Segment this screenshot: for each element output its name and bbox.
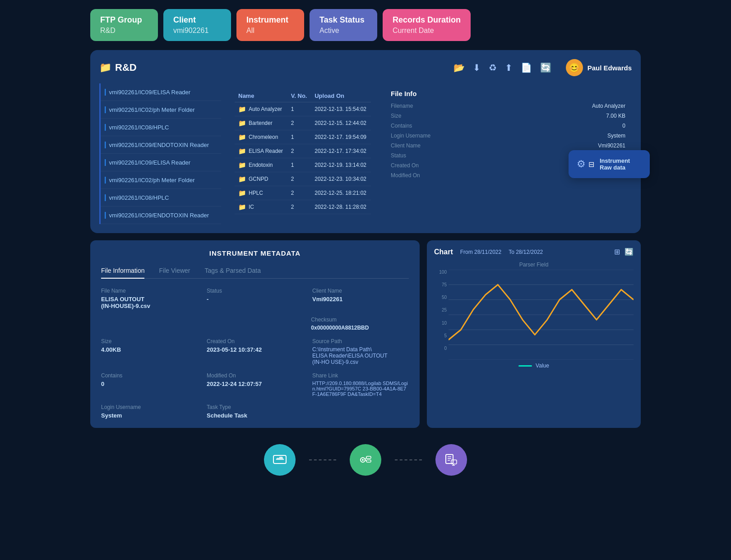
- raw-data-text: Instrument Raw data: [600, 157, 642, 171]
- chart-header-icons: ⊞ 🔄: [614, 248, 634, 256]
- content-area: 📁 R&D 📂 ⬇ ♻ ⬆ 📄 🔄 😊 Paul Edwards: [90, 50, 641, 233]
- open-folder-icon[interactable]: 📂: [453, 62, 465, 73]
- raw-data-widget: ⚙ ⊟ Instrument Raw data: [569, 150, 650, 178]
- download-icon[interactable]: ⬇: [473, 62, 481, 73]
- table-row[interactable]: 📁Bartender 2 2022-12-15. 12:44:02: [235, 116, 371, 130]
- file-list-panel: vmi902261/IC09/ELISA Reader vmi902261/IC…: [99, 83, 221, 224]
- metadata-tabs: File Information File Viewer Tags & Pars…: [101, 263, 409, 279]
- chart-legend: Value: [434, 363, 634, 369]
- tab-file-information[interactable]: File Information: [101, 263, 144, 279]
- table-row[interactable]: 📁HPLC 2 2022-12-25. 18:21:02: [235, 186, 371, 200]
- col-vno: V. No.: [287, 90, 311, 102]
- col-name: Name: [235, 90, 287, 102]
- folder-name: R&D: [115, 62, 137, 73]
- svg-rect-12: [366, 460, 371, 462]
- list-item[interactable]: vmi902261/IC09/ELISA Reader: [101, 83, 221, 101]
- table-row[interactable]: 📁IC 2 2022-12-28. 11:28:02: [235, 200, 371, 214]
- files-table-panel: Name V. No. Upload On 📁Auto Analyzer 1 2…: [228, 83, 377, 224]
- chart-header: Chart From 28/11/2022 To 28/12/2022 ⊞ 🔄: [434, 248, 634, 256]
- upload-icon[interactable]: ⬆: [505, 62, 513, 73]
- tab-records-label: Records Duration: [393, 15, 461, 25]
- list-item[interactable]: vmi902261/IC09/ENDOTOXIN Reader: [101, 136, 221, 154]
- tab-records[interactable]: Records Duration Current Date: [383, 9, 471, 41]
- meta-share-link: Share Link HTTP://209.0.180:8088/Logilab…: [312, 372, 409, 397]
- meta-checksum-placeholder: [101, 317, 199, 331]
- tab-records-value: Current Date: [393, 27, 461, 35]
- svg-rect-11: [366, 456, 371, 459]
- svg-point-10: [362, 459, 364, 461]
- meta-modified-on: Modified On 2022-12-24 12:07:57: [207, 372, 303, 397]
- bottom-icons-row: [90, 437, 641, 483]
- chart-from-date: From 28/11/2022: [460, 249, 501, 255]
- tab-tags-parsed[interactable]: Tags & Parsed Data: [204, 263, 261, 278]
- user-name: Paul Edwards: [588, 64, 632, 72]
- chart-to-date: To 28/12/2022: [509, 249, 543, 255]
- table-row[interactable]: 📁ELISA Reader 2 2022-12-17. 17:34:02: [235, 144, 371, 158]
- tab-client[interactable]: Client vmi902261: [163, 9, 231, 41]
- chart-line: [449, 285, 634, 340]
- meta-contains: Contains 0: [101, 372, 198, 397]
- tab-file-viewer[interactable]: File Viewer: [159, 263, 190, 278]
- table-row[interactable]: 📁Auto Analyzer 1 2022-12-13. 15:54:02: [235, 102, 371, 116]
- file-info-title: File Info: [391, 90, 625, 97]
- info-row: Client Name Vmi902261: [391, 142, 625, 149]
- avatar-emoji: 😊: [569, 62, 580, 73]
- chart-title: Chart: [434, 248, 453, 256]
- tab-instrument[interactable]: Instrument All: [236, 9, 304, 41]
- gear-tree-icon: [350, 444, 381, 476]
- file-icon[interactable]: 📄: [521, 62, 532, 73]
- list-item[interactable]: vmi902261/IC08/HPLC: [101, 189, 221, 207]
- list-item[interactable]: vmi902261/IC08/HPLC: [101, 119, 221, 136]
- info-row: Size 7.00 KB: [391, 113, 625, 119]
- meta-checksum: Checksum 0x00000000A8812BBD: [311, 317, 409, 331]
- tab-task-label: Task Status: [319, 15, 367, 25]
- content-header: 📁 R&D 📂 ⬇ ♻ ⬆ 📄 🔄 😊 Paul Edwards: [99, 59, 632, 76]
- tab-task-value: Active: [319, 27, 367, 35]
- table-row[interactable]: 📁Endotoxin 1 2022-12-19. 13:14:02: [235, 158, 371, 172]
- list-item[interactable]: vmi902261/IC02/ph Meter Folder: [101, 101, 221, 119]
- user-info: 😊 Paul Edwards: [566, 59, 632, 76]
- chart-svg-container: [449, 270, 634, 360]
- table-row[interactable]: 📁GCNPD 2 2022-12-23. 10:34:02: [235, 172, 371, 186]
- bottom-section: INSTRUMENT METADATA File Information Fil…: [90, 240, 641, 428]
- expand-icon[interactable]: ⊞: [614, 248, 620, 256]
- chart-refresh-icon[interactable]: 🔄: [625, 248, 634, 256]
- info-row: Contains 0: [391, 123, 625, 129]
- meta-checksum-placeholder2: [206, 317, 304, 331]
- svg-line-13: [365, 458, 366, 460]
- monitor-cloud-icon: [264, 444, 296, 476]
- meta-client-name: Client Name Vmi902261: [312, 288, 409, 309]
- metadata-title: INSTRUMENT METADATA: [101, 249, 409, 257]
- avatar: 😊: [566, 59, 583, 76]
- legend-line-value: [518, 365, 532, 367]
- meta-filename: File Name ELISA OUTOUT(IN-HOUSE)-9.csv: [101, 288, 198, 309]
- metadata-fields-grid: File Name ELISA OUTOUT(IN-HOUSE)-9.csv S…: [101, 288, 409, 419]
- meta-created-on: Created On 2023-05-12 10:37:42: [207, 338, 303, 365]
- tab-ftp-value: R&D: [100, 27, 148, 35]
- header-icons: 📂 ⬇ ♻ ⬆ 📄 🔄: [453, 62, 551, 73]
- tree-icon: ⊟: [588, 160, 594, 169]
- folder-icon: 📁: [99, 62, 111, 73]
- tab-client-label: Client: [173, 15, 221, 25]
- tab-instrument-label: Instrument: [246, 15, 294, 25]
- list-item[interactable]: vmi902261/IC09/ELISA Reader: [101, 154, 221, 171]
- gear-icon: ⚙: [577, 158, 586, 170]
- list-item[interactable]: vmi902261/IC09/ENDOTOXIN Reader: [101, 207, 221, 224]
- refresh-icon[interactable]: ♻: [489, 62, 497, 73]
- info-row: Login Username System: [391, 133, 625, 139]
- chart-svg: [449, 270, 634, 360]
- metadata-panel: INSTRUMENT METADATA File Information Fil…: [90, 240, 420, 428]
- table-row[interactable]: 📁Chromeleon 1 2022-12-17. 19:54:09: [235, 130, 371, 144]
- parser-field-label: Parser Field: [434, 262, 634, 268]
- three-col-layout: vmi902261/IC09/ELISA Reader vmi902261/IC…: [99, 83, 632, 224]
- info-row: Filename Auto Analyzer: [391, 103, 625, 109]
- meta-login-username: Login Username System: [101, 404, 198, 419]
- list-item[interactable]: vmi902261/IC02/ph Meter Folder: [101, 171, 221, 189]
- chart-panel: Chart From 28/11/2022 To 28/12/2022 ⊞ 🔄 …: [427, 240, 641, 428]
- meta-status: Status -: [207, 288, 303, 309]
- tab-instrument-value: All: [246, 27, 294, 35]
- tab-ftp[interactable]: FTP Group R&D: [90, 9, 158, 41]
- sync-icon[interactable]: 🔄: [540, 62, 551, 73]
- tab-task-status[interactable]: Task Status Active: [310, 9, 377, 41]
- col-upload: Upload On: [311, 90, 371, 102]
